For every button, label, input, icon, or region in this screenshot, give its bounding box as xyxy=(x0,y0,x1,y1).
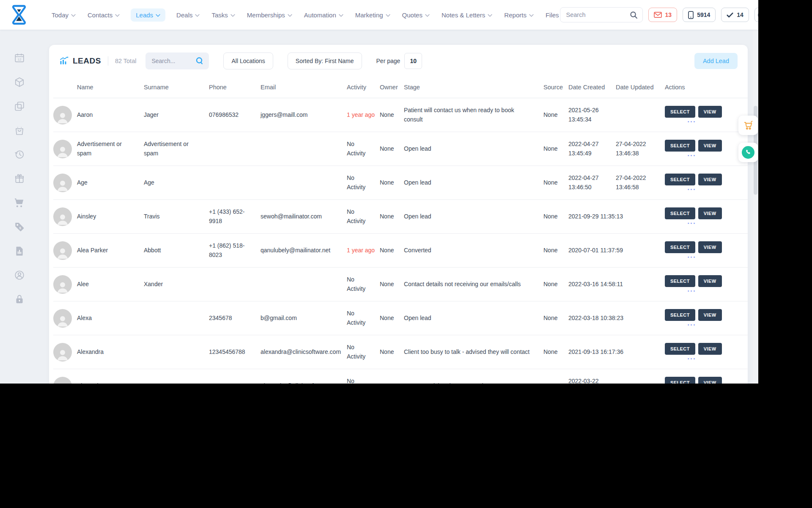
select-button[interactable]: SELECT xyxy=(665,106,695,118)
per-page-value[interactable]: 10 xyxy=(404,53,422,69)
view-button[interactable]: VIEW xyxy=(698,207,722,219)
divider xyxy=(108,56,108,66)
nav-item-automation[interactable]: Automation xyxy=(303,8,344,22)
cell-phone: 12345456788 xyxy=(209,348,261,357)
tasks-badge[interactable]: 14 xyxy=(721,8,749,22)
cell-name: Age xyxy=(77,178,144,188)
cell-email: alexandra@clinicsoftware.com xyxy=(261,348,347,357)
leads-search-input[interactable] xyxy=(151,58,195,64)
view-button[interactable]: VIEW xyxy=(698,106,722,118)
cell-owner: None xyxy=(380,348,404,357)
cell-surname: Age xyxy=(144,178,209,188)
nav-item-contacts[interactable]: Contacts xyxy=(87,8,121,22)
select-button[interactable]: SELECT xyxy=(665,377,695,384)
column-header: Actions xyxy=(665,84,748,91)
view-button[interactable]: VIEW xyxy=(698,343,722,355)
nav-label: Marketing xyxy=(355,11,383,19)
select-button[interactable]: SELECT xyxy=(665,275,695,287)
more-actions-button[interactable]: ••• xyxy=(665,323,719,327)
column-header: Source xyxy=(543,84,568,91)
cart-icon[interactable] xyxy=(14,197,25,208)
report-icon[interactable] xyxy=(14,246,25,257)
table-row: Alexa 2345678 b@gmail.com No Activity No… xyxy=(53,301,748,335)
person-icon xyxy=(55,178,70,192)
phone-floating-button[interactable] xyxy=(738,143,758,162)
chart-icon xyxy=(59,57,69,65)
nav-item-tasks[interactable]: Tasks xyxy=(211,8,236,22)
view-button[interactable]: VIEW xyxy=(698,275,722,287)
column-header: Name xyxy=(77,84,144,91)
more-actions-button[interactable]: ••• xyxy=(665,153,719,158)
column-header: Date Updated xyxy=(616,84,665,91)
search-icon[interactable] xyxy=(195,57,204,65)
more-actions-button[interactable]: ••• xyxy=(665,187,719,192)
cell-owner: None xyxy=(380,212,404,221)
cell-stage: Patient will contact us when ready to bo… xyxy=(404,106,543,124)
sort-filter[interactable]: Sorted By: First Name xyxy=(288,52,362,69)
copy-icon[interactable] xyxy=(14,101,25,112)
top-bar: Today Contacts Leads Deals Tasks Members… xyxy=(0,0,758,30)
nav-item-deals[interactable]: Deals xyxy=(176,8,200,22)
global-search-input[interactable] xyxy=(566,11,630,18)
person-icon xyxy=(55,212,70,226)
app-logo-hourglass[interactable] xyxy=(9,3,29,27)
person-icon xyxy=(55,110,70,124)
more-actions-button[interactable]: ••• xyxy=(665,356,719,361)
search-icon[interactable] xyxy=(630,11,638,19)
location-filter[interactable]: All Locations xyxy=(223,52,273,69)
nav-item-marketing[interactable]: Marketing xyxy=(354,8,391,22)
nav-item-files[interactable]: Files xyxy=(545,8,560,22)
history-icon[interactable] xyxy=(14,149,25,160)
more-actions-button[interactable]: ••• xyxy=(665,221,719,226)
gift-icon[interactable] xyxy=(14,173,25,184)
view-button[interactable]: VIEW xyxy=(698,377,722,384)
nav-item-reports[interactable]: Reports xyxy=(503,8,535,22)
view-button[interactable]: VIEW xyxy=(698,174,722,185)
calendar-icon[interactable]: 12 xyxy=(14,52,25,64)
more-actions-button[interactable]: ••• xyxy=(665,119,719,124)
package-icon[interactable] xyxy=(14,77,25,88)
nav-item-today[interactable]: Today xyxy=(51,8,77,22)
cell-source: None xyxy=(543,348,568,357)
price-tag-icon[interactable]: $ xyxy=(14,221,25,232)
add-lead-button[interactable]: Add Lead xyxy=(694,53,738,69)
cart-floating-button[interactable] xyxy=(738,116,758,135)
mobile-phone-icon xyxy=(688,11,694,19)
column-header: Phone xyxy=(209,84,261,91)
nav-item-leads[interactable]: Leads xyxy=(131,8,165,22)
person-icon xyxy=(55,313,70,328)
cell-actions: SELECT VIEW ••• xyxy=(665,305,748,331)
select-button[interactable]: SELECT xyxy=(665,241,695,253)
phone-badge[interactable]: 5914 xyxy=(683,8,716,22)
table-row: Alea Parker Abbott +1 (862) 518- 8023 qa… xyxy=(53,234,748,268)
cell-owner: None xyxy=(380,178,404,188)
select-button[interactable]: SELECT xyxy=(665,309,695,321)
shopping-bag-icon[interactable] xyxy=(14,125,25,136)
cell-source: None xyxy=(543,381,568,384)
select-button[interactable]: SELECT xyxy=(665,174,695,185)
help-button[interactable]: ? xyxy=(754,8,758,22)
app-window: Today Contacts Leads Deals Tasks Members… xyxy=(0,0,758,384)
account-icon[interactable] xyxy=(14,270,25,281)
nav-item-notes-letters[interactable]: Notes & Letters xyxy=(441,8,493,22)
view-button[interactable]: VIEW xyxy=(698,309,722,321)
cell-actions: SELECT VIEW ••• xyxy=(665,135,748,162)
select-button[interactable]: SELECT xyxy=(665,140,695,152)
cell-date-updated: 27-04-2022 13:46:58 xyxy=(616,174,665,192)
more-actions-button[interactable]: ••• xyxy=(665,289,719,293)
cell-owner: None xyxy=(380,246,404,255)
mail-badge[interactable]: 13 xyxy=(648,8,678,22)
nav-item-quotes[interactable]: Quotes xyxy=(401,8,431,22)
nav-item-memberships[interactable]: Memberships xyxy=(246,8,293,22)
cell-actions: SELECT VIEW ••• xyxy=(665,169,748,196)
cell-date-created: 2020-07-01 11:37:59 xyxy=(568,246,616,255)
view-button[interactable]: VIEW xyxy=(698,140,722,152)
column-header: Activity xyxy=(347,84,380,91)
more-actions-button[interactable]: ••• xyxy=(665,255,719,260)
nav-label: Deals xyxy=(176,11,192,19)
lock-icon[interactable] xyxy=(14,294,25,305)
cell-phone: 2345678 xyxy=(209,314,261,323)
view-button[interactable]: VIEW xyxy=(698,241,722,253)
select-button[interactable]: SELECT xyxy=(665,343,695,355)
select-button[interactable]: SELECT xyxy=(665,207,695,219)
